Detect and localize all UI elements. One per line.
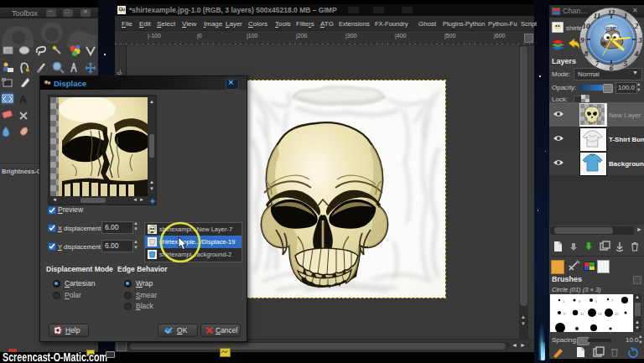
svg-text:10: 10 <box>583 22 591 30</box>
svg-text:11: 11 <box>580 312 584 316</box>
svg-text:7: 7 <box>611 298 614 303</box>
svg-text:9: 9 <box>580 36 584 44</box>
svg-text:1: 1 <box>624 12 628 20</box>
svg-text:11: 11 <box>594 12 601 20</box>
svg-text:5: 5 <box>595 299 598 303</box>
svg-text:2: 2 <box>634 22 639 30</box>
svg-text:13: 13 <box>598 312 602 316</box>
svg-text:8: 8 <box>584 49 589 58</box>
svg-text:3: 3 <box>579 299 581 303</box>
svg-text:3: 3 <box>637 36 642 44</box>
svg-text:5: 5 <box>624 60 628 68</box>
svg-text:A: A <box>19 94 27 106</box>
svg-text:4: 4 <box>634 49 639 58</box>
svg-text:9: 9 <box>564 312 566 316</box>
svg-text:1: 1 <box>563 299 565 303</box>
svg-text:15: 15 <box>615 312 619 316</box>
svg-text:7: 7 <box>595 60 600 68</box>
svg-text:6: 6 <box>610 64 614 72</box>
